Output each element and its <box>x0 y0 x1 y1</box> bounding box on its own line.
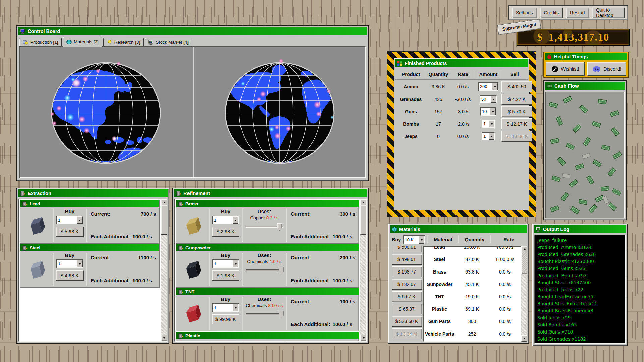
output-log-panel: Output Log Jeeps failure Produced Ammo x… <box>532 224 628 346</box>
scroll-down-button[interactable] <box>360 335 367 341</box>
extractor-steel: Steel Buy 1 $ 4.98 K Current:1100 / s Ea… <box>20 244 160 288</box>
credits-button[interactable]: Credits <box>540 8 563 18</box>
sell-button-disabled[interactable]: $ 113.06 K <box>501 131 532 142</box>
material-buy-button[interactable]: $ 498.01 <box>392 254 422 265</box>
amount-dropdown[interactable]: 200 <box>478 82 498 91</box>
settings-button[interactable]: Settings <box>512 8 537 18</box>
amount-dropdown[interactable]: 1 <box>482 120 495 128</box>
refinement-scrollbar[interactable] <box>360 199 366 341</box>
door-icon <box>178 333 183 339</box>
refinement-panel: Refinement Brass Buy 1 $ 2.98 K <box>172 188 369 344</box>
refinery-plastic: Plastic Buy Uses: Current:0 / s <box>176 332 359 342</box>
current-rate: 200 / s <box>340 255 355 260</box>
material-buy-button[interactable]: $ 598.01 <box>392 246 422 252</box>
scroll-down-button[interactable] <box>161 335 167 341</box>
gunpowder-cube <box>180 257 205 282</box>
money-value: $ 1,413,317.10 <box>537 31 609 43</box>
log-line: Produced Bombs x97 <box>537 272 622 279</box>
plastic-cube <box>180 339 205 342</box>
quit-to-desktop-button[interactable]: Quit to Desktop <box>592 8 625 18</box>
material-buy-button[interactable]: $ 6.67 K <box>392 291 422 302</box>
cube-icon <box>392 227 397 232</box>
door-icon <box>22 245 28 251</box>
material-buy-button[interactable]: $ 65.37 <box>392 304 422 314</box>
globe-east <box>20 47 193 178</box>
cash-icon <box>547 83 552 89</box>
material-buy-button[interactable]: $ 533.60 K <box>392 316 422 327</box>
tab-research[interactable]: Research [3] <box>103 38 144 46</box>
buy-button[interactable]: $ 5.98 K <box>56 227 84 237</box>
monitor-icon <box>148 40 154 45</box>
door-icon <box>178 289 183 295</box>
extractor-lead: Lead Buy 1 $ 5.98 K Current:700 / s Each… <box>20 200 160 244</box>
sell-button[interactable]: $ 4.27 K <box>501 94 532 105</box>
log-line: Sold Bombs x165 <box>537 321 622 328</box>
restart-button[interactable]: Restart <box>566 8 589 18</box>
sell-button[interactable]: $ 5.70 K <box>501 106 532 117</box>
output-log-titlebar: Output Log <box>534 225 626 233</box>
product-row-bombs: Bombs 17 -2.0 /s 1 $ 12.17 K <box>395 118 528 130</box>
finished-products-panel: Finished Products Product Quantity Rate … <box>387 52 536 217</box>
lead-cube <box>24 214 49 238</box>
tab-materials[interactable]: Materials [2] <box>63 37 102 47</box>
materials-list-viewport: $ 598.01 Lead 298.0 K 700.0 /s $ 498.01 … <box>390 246 527 342</box>
computer-icon <box>536 227 541 232</box>
buy-button[interactable]: $ 4.98 K <box>56 270 84 281</box>
material-buy-button-disabled[interactable]: $ 13.34 M <box>392 328 422 339</box>
product-row-grenades: Grenades 435 -30.0 /s 50 $ 4.27 K <box>395 93 528 105</box>
scroll-down-button[interactable] <box>521 335 527 342</box>
buy-amount-dropdown[interactable]: 1 <box>212 216 239 224</box>
each-additional-rate: 100.0 / s <box>333 321 352 327</box>
map-divider <box>193 47 194 177</box>
cash-flow-view <box>545 92 625 218</box>
buy-amount-dropdown[interactable]: 1 <box>56 259 83 268</box>
discord-button[interactable]: Discord! <box>587 62 626 76</box>
gear-icon <box>23 40 28 45</box>
uses-slider[interactable] <box>246 223 283 230</box>
steel-cube <box>24 257 49 282</box>
log-line: Bought LeadExtractor x7 <box>537 293 622 300</box>
uses-slider[interactable] <box>246 311 283 318</box>
buy-amount-dropdown[interactable]: 1 <box>56 216 83 224</box>
amount-dropdown[interactable]: 10 <box>480 107 496 116</box>
scroll-thumb[interactable] <box>161 205 167 235</box>
amount-dropdown[interactable]: 1 <box>482 132 495 140</box>
lightbulb-icon <box>107 40 112 45</box>
buy-amount-dropdown[interactable]: 1 <box>212 303 239 312</box>
each-additional-rate: 100.0 / s <box>333 234 352 239</box>
uses-rate: 0.3 / s <box>266 215 279 220</box>
material-row-steel: $ 498.01 Steel 87.0 K 1100.0 /s <box>390 253 521 265</box>
material-row-tnt: $ 6.67 K TNT 19.0 K 0.0 /s <box>390 290 521 303</box>
discord-icon <box>592 66 601 72</box>
control-board-titlebar: Control Board <box>18 27 367 35</box>
current-rate: 700 / s <box>141 211 156 217</box>
sell-button[interactable]: $ 402.50 <box>501 81 532 92</box>
sell-button[interactable]: $ 12.17 K <box>501 118 532 129</box>
buy-button[interactable]: $ 1.98 K <box>212 270 239 281</box>
buy-amount-dropdown[interactable]: 1 <box>212 259 239 268</box>
log-line: Produced Jeeps x22 <box>537 286 622 293</box>
scroll-thumb[interactable] <box>360 205 367 235</box>
tab-stock-market[interactable]: Stock Market [4] <box>145 38 192 46</box>
log-line: Produced Ammo x3124 <box>537 244 622 251</box>
tab-production[interactable]: Production [1] <box>19 38 62 46</box>
refinement-list: Brass Buy 1 $ 2.98 K Uses: Copper 0.3 / … <box>174 199 367 342</box>
amount-dropdown[interactable]: 50 <box>480 95 497 103</box>
material-buy-button[interactable]: $ 132.07 <box>392 279 422 290</box>
each-additional-rate: 100.0 / s <box>333 278 352 283</box>
material-buy-button[interactable]: $ 198.77 <box>392 266 422 277</box>
wishlist-button[interactable]: Wishlist! <box>546 62 585 76</box>
buy-button[interactable]: $ 99.98 K <box>212 314 239 324</box>
materials-scrollbar[interactable] <box>521 246 527 342</box>
materials-buy-dropdown[interactable]: 10 K <box>403 235 425 244</box>
world-map-view <box>19 46 366 178</box>
log-line: Sold Grenades x1182 <box>537 336 622 343</box>
buy-button[interactable]: $ 2.98 K <box>212 227 239 237</box>
scroll-thumb[interactable] <box>521 252 527 274</box>
materials-header: Buy 10 K Material Quantity Rate <box>390 234 527 245</box>
apple-icon <box>547 54 552 59</box>
extraction-scrollbar[interactable] <box>161 199 167 341</box>
current-rate: 100 / s <box>340 299 355 304</box>
material-row-vehicle-parts: $ 13.34 M Vehicle Parts 252 0.0 /s <box>390 327 521 340</box>
uses-slider[interactable] <box>246 267 283 274</box>
